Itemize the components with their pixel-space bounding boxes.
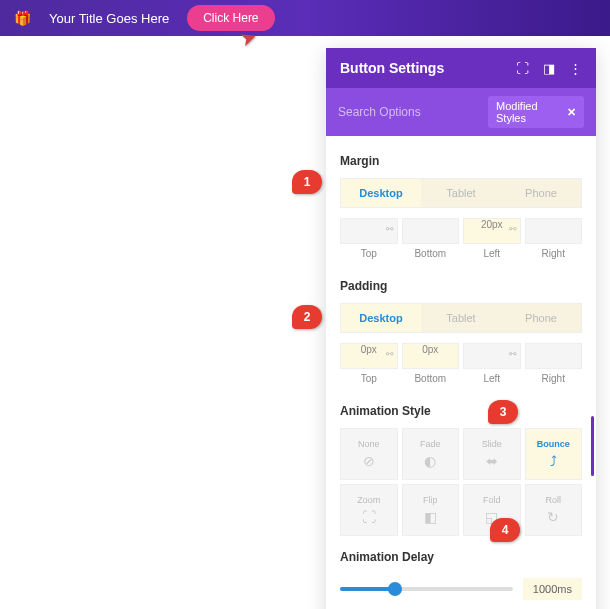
bounce-icon: ⤴ (550, 453, 557, 469)
tab-phone[interactable]: Phone (501, 179, 581, 207)
panel-title: Button Settings (340, 60, 444, 76)
tab-tablet[interactable]: Tablet (421, 179, 501, 207)
tab-phone[interactable]: Phone (501, 304, 581, 332)
padding-device-tabs: Desktop Tablet Phone (340, 303, 582, 333)
gift-icon: 🎁 (14, 10, 31, 26)
padding-top-input[interactable]: 0px⚯ (340, 343, 398, 369)
page-title: Your Title Goes Here (49, 11, 169, 26)
panel-body: Margin Desktop Tablet Phone ⚯Top Bottom … (326, 136, 596, 609)
delay-value[interactable]: 1000ms (523, 578, 582, 600)
menu-icon[interactable]: ⋮ (569, 61, 582, 76)
animation-grid: None⊘ Fade◐ Slide⬌ Bounce⤴ Zoom⛶ Flip◧ F… (340, 428, 582, 536)
padding-inputs: 0px⚯Top 0pxBottom ⚯Left Right (340, 343, 582, 384)
top-bar: 🎁 Your Title Goes Here Click Here (0, 0, 610, 36)
padding-label: Padding (340, 279, 582, 293)
clear-filter-icon[interactable]: ✕ (567, 106, 576, 119)
margin-label: Margin (340, 154, 582, 168)
expand-icon[interactable]: ⛶ (516, 61, 529, 76)
cta-button[interactable]: Click Here (187, 5, 274, 31)
tab-desktop[interactable]: Desktop (341, 179, 421, 207)
delay-slider[interactable] (340, 587, 513, 591)
callout-2: 2 (292, 305, 322, 329)
anim-none[interactable]: None⊘ (340, 428, 398, 480)
slider-thumb[interactable] (388, 582, 402, 596)
search-input[interactable] (338, 105, 488, 119)
slide-icon: ⬌ (486, 453, 498, 469)
link-icon[interactable]: ⚯ (386, 224, 394, 234)
link-icon[interactable]: ⚯ (386, 349, 394, 359)
margin-left-input[interactable]: 20px⚯ (463, 218, 521, 244)
anim-roll[interactable]: Roll↻ (525, 484, 583, 536)
margin-bottom-input[interactable] (402, 218, 460, 244)
sidebar-icon[interactable]: ◨ (543, 61, 555, 76)
tab-tablet[interactable]: Tablet (421, 304, 501, 332)
animation-delay-label: Animation Delay (340, 550, 582, 564)
link-icon[interactable]: ⚯ (509, 224, 517, 234)
flip-icon: ◧ (424, 509, 437, 525)
modified-styles-badge[interactable]: Modified Styles ✕ (488, 96, 584, 128)
roll-icon: ↻ (547, 509, 559, 525)
settings-panel: Button Settings ⛶ ◨ ⋮ Modified Styles ✕ … (326, 48, 596, 609)
search-bar: Modified Styles ✕ (326, 88, 596, 136)
padding-left-input[interactable]: ⚯ (463, 343, 521, 369)
delay-slider-row: 1000ms (340, 578, 582, 600)
callout-3: 3 (488, 400, 518, 424)
zoom-icon: ⛶ (362, 509, 376, 525)
margin-right-input[interactable] (525, 218, 583, 244)
anim-bounce[interactable]: Bounce⤴ (525, 428, 583, 480)
callout-4: 4 (490, 518, 520, 542)
panel-header: Button Settings ⛶ ◨ ⋮ (326, 48, 596, 88)
callout-1: 1 (292, 170, 322, 194)
margin-top-input[interactable]: ⚯ (340, 218, 398, 244)
anim-zoom[interactable]: Zoom⛶ (340, 484, 398, 536)
margin-inputs: ⚯Top Bottom 20px⚯Left Right (340, 218, 582, 259)
tab-desktop[interactable]: Desktop (341, 304, 421, 332)
margin-device-tabs: Desktop Tablet Phone (340, 178, 582, 208)
fade-icon: ◐ (424, 453, 436, 469)
padding-bottom-input[interactable]: 0px (402, 343, 460, 369)
padding-right-input[interactable] (525, 343, 583, 369)
link-icon[interactable]: ⚯ (509, 349, 517, 359)
anim-flip[interactable]: Flip◧ (402, 484, 460, 536)
none-icon: ⊘ (363, 453, 375, 469)
anim-slide[interactable]: Slide⬌ (463, 428, 521, 480)
anim-fade[interactable]: Fade◐ (402, 428, 460, 480)
scrollbar-thumb[interactable] (591, 416, 594, 476)
animation-style-label: Animation Style (340, 404, 582, 418)
